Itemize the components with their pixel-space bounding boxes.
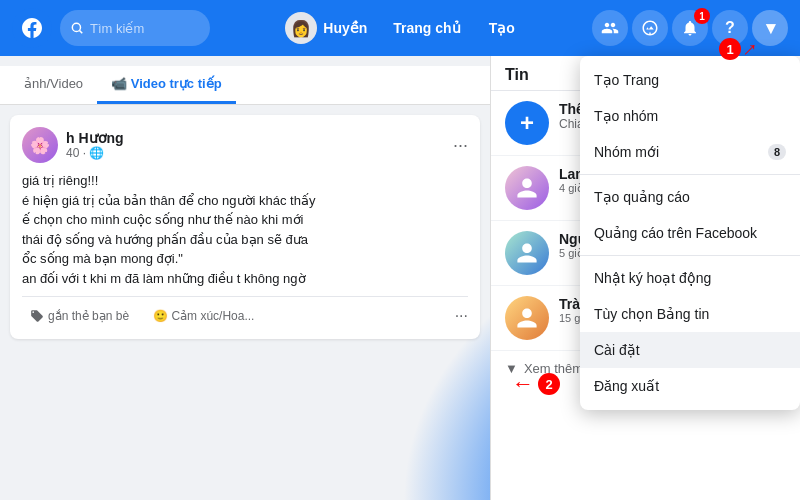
feeling-btn[interactable]: 🙂 Cảm xúc/Hoa... xyxy=(145,305,262,327)
search-box[interactable] xyxy=(60,10,210,46)
annotation-num-1: 1 xyxy=(719,38,741,60)
dropdown-divider-2 xyxy=(580,255,800,256)
post-actions: gắn thẻ bạn bè 🙂 Cảm xúc/Hoa... ··· xyxy=(22,296,468,327)
notif-avatar xyxy=(505,231,549,275)
post-meta-text: 40 · 🌐 xyxy=(66,146,104,160)
dropdown-label: Đăng xuất xyxy=(594,378,659,394)
dropdown-label: Tùy chọn Bảng tin xyxy=(594,306,709,322)
chevron-down-icon: ▾ xyxy=(766,17,775,39)
dropdown-item-tao-quangcao[interactable]: Tạo quảng cáo xyxy=(580,179,800,215)
tag-friends-btn[interactable]: gắn thẻ bạn bè xyxy=(22,305,137,327)
post-card: 🌸 h Hương 40 · 🌐 ··· giá trị riêng!!! é … xyxy=(10,115,480,339)
dropdown-label: Quảng cáo trên Facebook xyxy=(594,225,757,241)
post-line-1: giá trị riêng!!! xyxy=(22,171,468,191)
post-line-3: ế chọn cho mình cuộc sống như thế nào kh… xyxy=(22,210,468,230)
facebook-logo xyxy=(12,8,52,48)
nav-profile[interactable]: 👩 Huyền xyxy=(277,8,375,48)
post-header: 🌸 h Hương 40 · 🌐 ··· xyxy=(22,127,468,163)
home-nav-btn[interactable]: Trang chủ xyxy=(383,16,470,40)
dropdown-item-nhat-ky[interactable]: Nhật ký hoạt động xyxy=(580,260,800,296)
avatar: 👩 xyxy=(285,12,317,44)
tab-photo-video[interactable]: ảnh/Video xyxy=(10,66,97,104)
svg-line-1 xyxy=(80,31,83,34)
photo-video-label: ảnh/Video xyxy=(24,76,83,91)
post-author-info: h Hương 40 · 🌐 xyxy=(66,130,124,160)
arrow-2-icon: ← xyxy=(512,373,534,395)
dropdown-label: Nhóm mới xyxy=(594,144,659,160)
feeling-label: 🙂 Cảm xúc/Hoa... xyxy=(153,309,254,323)
annotation-num-2: 2 xyxy=(538,373,560,395)
dropdown-label: Nhật ký hoạt động xyxy=(594,270,711,286)
dropdown-item-nhom-moi[interactable]: Nhóm mới 8 xyxy=(580,134,800,170)
post-line-2: é hiện giá trị của bản thân để cho người… xyxy=(22,191,468,211)
notif-avatar xyxy=(505,166,549,210)
post-line-4: thái độ sống và hướng phấn đầu của bạn s… xyxy=(22,230,468,250)
dropdown-item-tao-trang[interactable]: Tạo Trang xyxy=(580,62,800,98)
dropdown-label: Tạo Trang xyxy=(594,72,659,88)
post-meta: 40 · 🌐 xyxy=(66,146,124,160)
navbar-left xyxy=(12,8,210,48)
notif-avatar xyxy=(505,296,549,340)
people-icon-btn[interactable] xyxy=(592,10,628,46)
create-nav-btn[interactable]: Tạo xyxy=(479,16,525,40)
question-icon: ? xyxy=(725,19,735,37)
dropdown-item-dang-xuat[interactable]: Đăng xuất xyxy=(580,368,800,404)
post-line-6: an đối với t khi m đã làm những điều t k… xyxy=(22,269,468,289)
right-panel-title: Tin xyxy=(505,66,529,83)
post-more-btn[interactable]: ··· xyxy=(455,307,468,325)
tag-icon xyxy=(30,309,44,323)
profile-name: Huyền xyxy=(323,20,367,36)
navbar: 👩 Huyền Trang chủ Tạo 1 ? ▾ xyxy=(0,0,800,56)
post-header-left: 🌸 h Hương 40 · 🌐 xyxy=(22,127,124,163)
navbar-center: 👩 Huyền Trang chủ Tạo xyxy=(218,8,584,48)
tab-live-video[interactable]: 📹 Video trực tiếp xyxy=(97,66,236,104)
dropdown-item-tuy-chon[interactable]: Tùy chọn Bảng tin xyxy=(580,296,800,332)
feed-area: ảnh/Video 📹 Video trực tiếp 🌸 h Hương 40… xyxy=(0,56,490,500)
tag-friends-label: gắn thẻ bạn bè xyxy=(48,309,129,323)
dropdown-label: Tạo nhóm xyxy=(594,108,658,124)
dropdown-label: Tạo quảng cáo xyxy=(594,189,690,205)
dropdown-item-cai-dat[interactable]: Cài đặt xyxy=(580,332,800,368)
feed-tabs: ảnh/Video 📹 Video trực tiếp xyxy=(0,66,490,105)
messenger-icon-btn[interactable] xyxy=(632,10,668,46)
nhom-moi-badge: 8 xyxy=(768,144,786,160)
avatar: 🌸 xyxy=(22,127,58,163)
live-video-label: 📹 Video trực tiếp xyxy=(111,76,222,91)
svg-point-0 xyxy=(72,23,80,31)
dropdown-divider xyxy=(580,174,800,175)
people-icon xyxy=(601,19,619,37)
search-icon xyxy=(70,21,84,35)
annotation-2: ← 2 xyxy=(512,373,560,395)
more-options-btn[interactable]: ··· xyxy=(453,135,468,156)
annotation-1: 1 ↑ xyxy=(719,38,756,60)
bell-icon-btn[interactable]: 1 xyxy=(672,10,708,46)
post-line-5: ổc sống mà bạn mong đợi." xyxy=(22,249,468,269)
dropdown-item-quangcao-fb[interactable]: Quảng cáo trên Facebook xyxy=(580,215,800,251)
post-body: giá trị riêng!!! é hiện giá trị của bản … xyxy=(22,171,468,288)
search-input[interactable] xyxy=(90,21,190,36)
bell-badge: 1 xyxy=(694,8,710,24)
add-story-avatar: + xyxy=(505,101,549,145)
post-author-name: h Hương xyxy=(66,130,124,146)
dropdown-menu: Tạo Trang Tạo nhóm Nhóm mới 8 Tạo quảng … xyxy=(580,56,800,410)
dropdown-label: Cài đặt xyxy=(594,342,640,358)
dropdown-item-tao-nhom[interactable]: Tạo nhóm xyxy=(580,98,800,134)
messenger-icon xyxy=(641,19,659,37)
